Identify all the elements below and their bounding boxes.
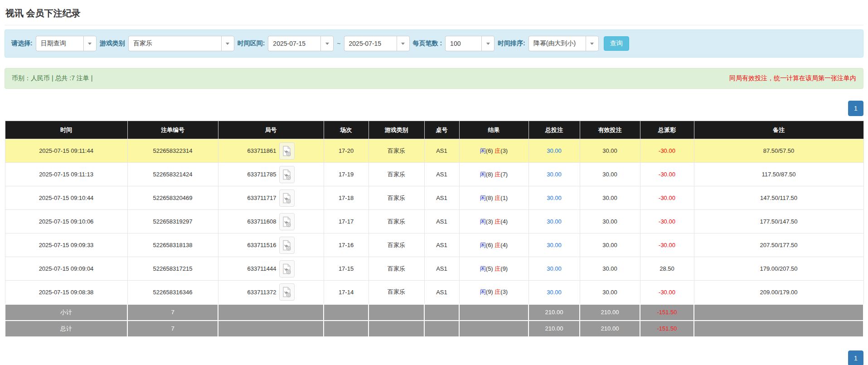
cell-remark: 87.50/57.50 [694, 139, 863, 163]
grand-total-payout: -151.50 [640, 321, 694, 337]
banker-result: 庄 [495, 147, 500, 154]
cell-table-id: AS1 [424, 139, 459, 163]
subtotal-payout: -151.50 [640, 304, 694, 321]
banker-result: 庄 [495, 288, 500, 295]
search-button[interactable]: 查询 [604, 36, 629, 51]
col-header-payout: 总派彩 [640, 121, 694, 139]
date-from-combobox [268, 36, 334, 51]
total-bet-link[interactable]: 30.00 [547, 218, 562, 225]
cell-game-type: 百家乐 [369, 257, 424, 281]
total-bet-link[interactable]: 30.00 [547, 147, 562, 154]
cell-table-id: AS1 [424, 186, 459, 210]
cell-valid-bet: 30.00 [580, 257, 640, 281]
subtotal-row: 小计 7 210.00 210.00 -151.50 [5, 304, 863, 321]
col-header-game-type: 游戏类别 [369, 121, 424, 139]
player-points: (8) [486, 195, 493, 201]
player-result: 闲 [480, 265, 486, 272]
cell-remark: 209.00/179.00 [694, 281, 863, 304]
player-points: (8) [486, 171, 493, 178]
banker-points: (7) [500, 171, 508, 178]
chevron-down-icon [486, 43, 490, 45]
cell-session: 17-18 [324, 186, 369, 210]
table-row: 2025-07-15 09:11:13 522658321424 6337117… [5, 163, 863, 186]
cell-remark: 117.50/87.50 [694, 163, 863, 186]
cell-game-type: 百家乐 [369, 234, 424, 257]
banker-points: (4) [500, 242, 508, 248]
table-row: 2025-07-15 09:09:33 522658318138 6337115… [5, 234, 863, 257]
cell-game-type: 百家乐 [369, 210, 424, 234]
col-header-total-bet: 总投注 [529, 121, 580, 139]
video-replay-button[interactable] [279, 166, 295, 183]
time-range-label: 时间区间: [238, 39, 265, 48]
cell-result: 闲(9) 庄(3) [459, 281, 529, 304]
cell-valid-bet: 30.00 [580, 234, 640, 257]
page-size-input[interactable] [445, 36, 481, 51]
cell-result: 闲(3) 庄(4) [459, 210, 529, 234]
grand-total-valid-bet: 210.00 [580, 321, 640, 337]
query-mode-dropdown-button[interactable] [83, 36, 97, 51]
table-row: 2025-07-15 09:08:38 522658316346 6337113… [5, 281, 863, 304]
query-mode-input[interactable] [36, 36, 83, 51]
page-1-button[interactable]: 1 [848, 350, 863, 365]
page-size-dropdown-button[interactable] [481, 36, 495, 51]
player-result: 闲 [480, 147, 486, 154]
page-title: 视讯 会员下注纪录 [5, 0, 863, 25]
total-bet-link[interactable]: 30.00 [547, 242, 562, 248]
video-replay-button[interactable] [279, 260, 295, 277]
banker-points: (1) [500, 195, 508, 201]
cell-table-id: AS1 [424, 257, 459, 281]
cell-valid-bet: 30.00 [580, 210, 640, 234]
video-replay-button[interactable] [279, 213, 295, 230]
subtotal-valid-bet: 210.00 [580, 304, 640, 321]
page-size-label: 每页笔数 : [413, 39, 442, 48]
cell-table-id: AS1 [424, 234, 459, 257]
banker-points: (3) [500, 288, 508, 295]
banker-result: 庄 [495, 265, 500, 272]
date-from-input[interactable] [268, 36, 320, 51]
time-sort-dropdown-button[interactable] [586, 36, 599, 51]
col-header-result: 结果 [459, 121, 529, 139]
page-1-button[interactable]: 1 [848, 101, 863, 116]
grand-total-row: 总计 7 210.00 210.00 -151.50 [5, 321, 863, 337]
video-file-icon [282, 240, 291, 251]
cell-session: 17-17 [324, 210, 369, 234]
cell-payout: -30.00 [640, 139, 694, 163]
table-header-row: 时间 注单编号 局号 场次 游戏类别 桌号 结果 总投注 有效投注 总派彩 备注 [5, 121, 863, 139]
total-bet-link[interactable]: 30.00 [547, 265, 562, 272]
cell-time: 2025-07-15 09:11:44 [5, 139, 127, 163]
grand-total-total-bet: 210.00 [529, 321, 580, 337]
cell-round-id: 633711785 [247, 171, 276, 178]
time-sort-input[interactable] [529, 36, 586, 51]
summary-bar: 币别：人民币 | 总共 :7 注单 | 同局有效投注，统一计算在该局第一张注单内 [5, 68, 863, 89]
cell-session: 17-16 [324, 234, 369, 257]
table-row: 2025-07-15 09:11:44 522658322314 6337118… [5, 139, 863, 163]
cell-remark: 207.50/177.50 [694, 234, 863, 257]
date-to-dropdown-button[interactable] [397, 36, 410, 51]
game-type-input[interactable] [128, 36, 221, 51]
cell-bet-id: 522658321424 [127, 163, 218, 186]
game-type-dropdown-button[interactable] [221, 36, 234, 51]
subtotal-count: 7 [127, 304, 218, 321]
player-points: (6) [486, 147, 493, 154]
total-bet-link[interactable]: 30.00 [547, 195, 562, 201]
filter-panel: 请选择: 游戏类别 时间区间: ~ 每页笔数 : 时间排序: [5, 29, 863, 58]
video-replay-button[interactable] [279, 237, 295, 254]
date-range-separator: ~ [337, 40, 340, 47]
video-replay-button[interactable] [279, 190, 295, 207]
cell-table-id: AS1 [424, 210, 459, 234]
table-row: 2025-07-15 09:09:04 522658317215 6337114… [5, 257, 863, 281]
video-replay-button[interactable] [279, 142, 295, 160]
total-bet-link[interactable]: 30.00 [547, 289, 562, 296]
date-from-dropdown-button[interactable] [320, 36, 334, 51]
chevron-down-icon [88, 43, 92, 45]
date-to-input[interactable] [344, 36, 397, 51]
banker-points: (3) [500, 147, 508, 154]
cell-result: 闲(6) 庄(3) [459, 139, 529, 163]
video-replay-button[interactable] [279, 283, 295, 301]
banker-result: 庄 [495, 242, 500, 248]
cell-valid-bet: 30.00 [580, 186, 640, 210]
subtotal-total-bet: 210.00 [529, 304, 580, 321]
chevron-down-icon [401, 43, 405, 45]
col-header-time: 时间 [5, 121, 127, 139]
total-bet-link[interactable]: 30.00 [547, 171, 562, 178]
